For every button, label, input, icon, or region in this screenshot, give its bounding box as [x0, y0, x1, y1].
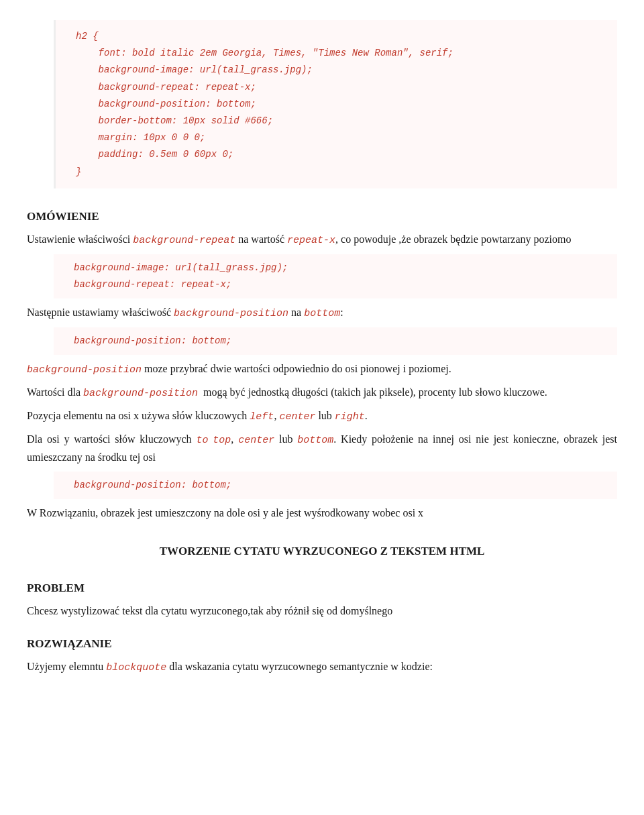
- omowienie-para1: Ustawienie właściwości background-repeat…: [27, 231, 617, 249]
- omowienie-code-block-2: background-position: bottom;: [54, 327, 617, 355]
- omowienie-para3: background-position moze przybrać dwie w…: [27, 360, 617, 378]
- inline-code-center: center: [279, 411, 315, 423]
- tworzenie-heading: TWORZENIE CYTATU WYRZUCONEGO Z TEKSTEM H…: [27, 542, 617, 560]
- inline-code-to: to: [196, 435, 208, 446]
- code-close-brace: }: [76, 166, 81, 177]
- omowienie-section: OMÓWIENIE Ustawienie właściwości backgro…: [27, 207, 617, 522]
- inline-code-center2: center: [238, 435, 274, 446]
- problem-heading: PROBLEM: [27, 579, 617, 597]
- omowienie-code-block-1: background-image: url(tall_grass.jpg); b…: [54, 254, 617, 298]
- inline-code-left: left: [250, 411, 274, 423]
- code-line-bg-repeat: background-repeat: repeat-x;: [76, 82, 256, 93]
- omowienie-code-block-3: background-position: bottom;: [54, 472, 617, 499]
- omowienie-heading: OMÓWIENIE: [27, 207, 617, 225]
- code-selector-h2: h2 {: [76, 31, 99, 42]
- code-line-margin: margin: 10px 0 0 0;: [76, 132, 205, 143]
- inline-code-top: top: [213, 435, 231, 446]
- inline-code-bg-pos2: background-position: [27, 364, 142, 376]
- rozwiazanie-heading: ROZWIĄZANIE: [27, 635, 617, 653]
- inline-code-blockquote: blockquote: [106, 662, 166, 673]
- problem-para: Chcesz wystylizować tekst dla cytatu wyr…: [27, 602, 617, 620]
- code-line-border: border-bottom: 10px solid #666;: [76, 115, 273, 126]
- inline-code-bottom2: bottom: [297, 435, 333, 446]
- inline-code-repeat-x: repeat-x: [287, 235, 335, 246]
- inline-code-bg-pos3: background-position: [83, 388, 198, 399]
- code-line-padding: padding: 0.5em 0 60px 0;: [76, 149, 233, 160]
- code-line-bg-position: background-position: bottom;: [76, 99, 256, 109]
- inline-code-right: right: [335, 411, 365, 423]
- omowienie-para4: Wartości dla background-position mogą by…: [27, 384, 617, 402]
- tworzenie-section: TWORZENIE CYTATU WYRZUCONEGO Z TEKSTEM H…: [27, 542, 617, 676]
- omowienie-para6: Dla osi y wartości słów kluczowych to to…: [27, 431, 617, 466]
- inline-code-bg-repeat: background-repeat: [133, 235, 235, 246]
- omowienie-para2: Następnie ustawiamy właściwość backgroun…: [27, 304, 617, 322]
- code-line-font: font: bold italic 2em Georgia, Times, "T…: [76, 48, 453, 58]
- code-line-bg-image: background-image: url(tall_grass.jpg);: [76, 64, 313, 75]
- omowienie-para5: Pozycja elementu na osi x używa słów klu…: [27, 407, 617, 425]
- omowienie-para7: W Rozwiązaniu, obrazek jest umieszczony …: [27, 504, 617, 522]
- inline-code-bg-pos: background-position: [174, 308, 288, 319]
- top-code-block: h2 { font: bold italic 2em Georgia, Time…: [54, 20, 617, 188]
- inline-code-bottom: bottom: [304, 308, 340, 319]
- rozwiazanie-para: Użyjemy elemntu blockquote dla wskazania…: [27, 658, 617, 676]
